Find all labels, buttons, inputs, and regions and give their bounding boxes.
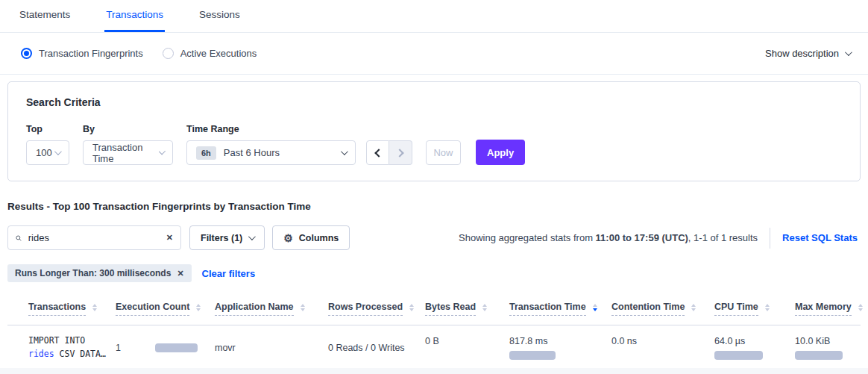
- column-header-execution-count[interactable]: Execution Count: [108, 294, 207, 325]
- filter-chip-row: Runs Longer Than: 300 milliseconds ✕ Cle…: [7, 264, 861, 282]
- top-select[interactable]: 100: [26, 140, 69, 165]
- results-heading: Results - Top 100 Transaction Fingerprin…: [7, 201, 861, 212]
- columns-button[interactable]: ⚙ Columns: [272, 225, 350, 250]
- cell-bytes-read: 0 B: [418, 325, 502, 369]
- statement-line-2: rides CSV DATA…: [28, 348, 104, 361]
- chevron-down-icon: [54, 148, 62, 155]
- tab-statements[interactable]: Statements: [18, 0, 72, 32]
- time-range-label: Time Range: [186, 124, 356, 134]
- stats-suffix: , 1-1 of 1 results: [688, 232, 758, 243]
- stats-range: 11:00 to 17:59 (UTC): [596, 232, 688, 243]
- cell-contention-time: 0.0 ns: [604, 325, 707, 369]
- cpu-time-bar: [714, 351, 763, 360]
- columns-label: Columns: [299, 233, 339, 243]
- radio-label: Transaction Fingerprints: [39, 48, 143, 59]
- contention-time-value: 0.0 ns: [611, 336, 702, 346]
- search-box: ✕: [7, 225, 181, 250]
- apply-button[interactable]: Apply: [476, 140, 525, 165]
- sort-icon: [482, 304, 487, 311]
- time-range-select[interactable]: 6h Past 6 Hours: [186, 140, 356, 165]
- top-label: Top: [26, 124, 69, 134]
- cell-cpu-time: 64.0 µs: [707, 325, 787, 369]
- time-range-next-button[interactable]: [389, 140, 412, 165]
- statement-line-1: IMPORT INTO: [28, 334, 104, 348]
- bytes-read-value: 0 B: [425, 336, 497, 346]
- by-select-value: Transaction Time: [92, 142, 159, 164]
- sort-icon: [691, 304, 696, 311]
- clear-search-icon[interactable]: ✕: [166, 233, 173, 243]
- chevron-down-icon: [159, 148, 166, 155]
- by-select[interactable]: Transaction Time: [83, 140, 173, 165]
- sort-icon: [858, 304, 863, 311]
- clear-filters-link[interactable]: Clear filters: [202, 268, 256, 279]
- radio-transaction-fingerprints[interactable]: Transaction Fingerprints: [21, 48, 143, 59]
- tab-transactions[interactable]: Transactions: [104, 0, 165, 32]
- radio-active-executions[interactable]: Active Executions: [163, 48, 257, 59]
- aggregated-stats-text: Showing aggregated stats from 11:00 to 1…: [459, 232, 758, 243]
- table-row: IMPORT INTO rides CSV DATA… 1 movr 0 Rea…: [7, 325, 861, 369]
- show-description-toggle[interactable]: Show description: [765, 48, 850, 59]
- time-range-badge: 6h: [196, 146, 216, 160]
- table-header-row: Transactions Execution Count Application…: [7, 294, 861, 325]
- column-header-rows-processed[interactable]: Rows Processed: [321, 294, 418, 325]
- cell-transaction-time: 817.8 ms: [502, 325, 604, 369]
- divider: [770, 228, 770, 249]
- search-input[interactable]: [28, 232, 160, 243]
- column-header-bytes-read[interactable]: Bytes Read: [418, 294, 502, 325]
- radio-label: Active Executions: [180, 48, 257, 59]
- cell-rows-processed: 0 Reads / 0 Writes: [321, 325, 418, 369]
- tab-sessions[interactable]: Sessions: [198, 0, 242, 32]
- execution-count-bar: [155, 343, 198, 352]
- sql-activity-page: Statements Transactions Sessions Transac…: [0, 0, 868, 368]
- filters-label: Filters (1): [201, 233, 242, 243]
- view-toggle-row: Transaction Fingerprints Active Executio…: [0, 33, 868, 75]
- search-criteria-form: Top 100 By Transaction Time Time Range 6…: [26, 124, 842, 165]
- sort-icon: [196, 304, 201, 311]
- radio-selected-icon: [21, 48, 32, 59]
- search-criteria-card: Search Criteria Top 100 By Transaction T…: [7, 81, 861, 181]
- reset-sql-stats-link[interactable]: Reset SQL Stats: [782, 232, 858, 243]
- execution-count-value: 1: [116, 343, 121, 353]
- filters-button[interactable]: Filters (1): [189, 225, 265, 250]
- table-name-link[interactable]: rides: [28, 349, 54, 359]
- by-field: By Transaction Time: [83, 124, 173, 165]
- column-header-cpu-time[interactable]: CPU Time: [707, 294, 787, 325]
- sql-activity-tabbar: Statements Transactions Sessions: [0, 0, 868, 33]
- filter-chip: Runs Longer Than: 300 milliseconds ✕: [7, 264, 192, 282]
- time-range-prev-button[interactable]: [366, 140, 389, 165]
- column-header-transaction-time[interactable]: Transaction Time: [502, 294, 604, 325]
- sort-icon: [409, 304, 414, 311]
- column-header-application-name[interactable]: Application Name: [207, 294, 321, 325]
- cell-transaction-statement: IMPORT INTO rides CSV DATA…: [7, 325, 108, 369]
- search-criteria-title: Search Criteria: [26, 96, 842, 108]
- sort-icon-active-desc: [593, 304, 597, 311]
- column-header-max-memory[interactable]: Max Memory: [787, 294, 861, 325]
- chevron-down-icon: [845, 49, 852, 56]
- gear-icon: ⚙: [283, 233, 293, 243]
- column-header-contention-time[interactable]: Contention Time: [604, 294, 707, 325]
- show-description-label: Show description: [765, 48, 839, 59]
- stats-prefix: Showing aggregated stats from: [459, 232, 596, 243]
- chevron-left-icon: [374, 149, 383, 157]
- filter-chip-label: Runs Longer Than: 300 milliseconds: [15, 268, 171, 278]
- by-label: By: [83, 124, 173, 134]
- chevron-down-icon: [341, 148, 348, 155]
- cell-application-name: movr: [207, 325, 321, 369]
- time-range-value: Past 6 Hours: [224, 147, 280, 158]
- time-range-nav: [366, 140, 412, 165]
- cpu-time-value: 64.0 µs: [714, 336, 783, 346]
- chevron-down-icon: [248, 233, 256, 240]
- time-range-field: Time Range 6h Past 6 Hours: [186, 124, 356, 165]
- sort-icon: [92, 304, 97, 311]
- statement-rest: CSV DATA…: [54, 349, 106, 359]
- now-button[interactable]: Now: [426, 140, 461, 165]
- transactions-table: Transactions Execution Count Application…: [7, 294, 861, 368]
- remove-filter-icon[interactable]: ✕: [177, 269, 183, 278]
- top-select-value: 100: [36, 147, 52, 158]
- radio-unselected-icon: [163, 48, 174, 59]
- search-icon: [16, 233, 22, 243]
- column-header-transactions[interactable]: Transactions: [7, 294, 108, 325]
- cell-execution-count: 1: [108, 325, 207, 369]
- cell-max-memory: 10.0 KiB: [787, 325, 861, 369]
- transaction-statement-link[interactable]: IMPORT INTO rides CSV DATA…: [28, 334, 104, 361]
